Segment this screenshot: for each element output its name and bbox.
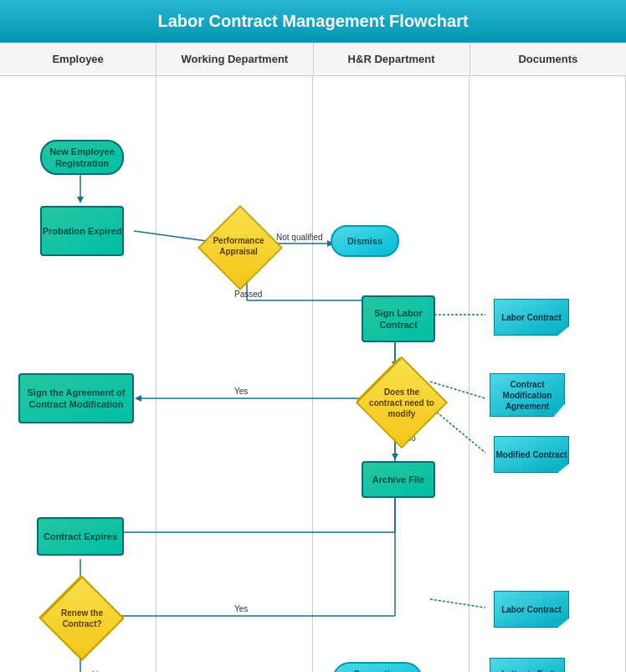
title-bar: Labor Contract Management Flowchart — [0, 0, 626, 43]
not-qualified-label: Not qualified — [276, 233, 323, 242]
header-working-dept: Working Department — [156, 43, 313, 75]
labor-contract-1-doc: Labor Contract — [494, 299, 569, 336]
passed-label: Passed — [234, 290, 262, 299]
modified-contract-doc: Modified Contract — [494, 436, 569, 473]
header-documents: Documents — [470, 43, 626, 75]
yes-renew-label: Yes — [234, 604, 248, 613]
contract-modify-diamond: Does the contract need to modify — [360, 361, 444, 444]
header-row: Employee Working Department H&R Departme… — [0, 43, 626, 76]
archive-file-shape: Archive File — [362, 461, 435, 498]
separation-procedure-shape: Seperation Procedure — [332, 662, 423, 672]
letter-end-doc: Letter to End Labor Contract — [490, 658, 565, 672]
probation-expired-shape: Probation Expired — [40, 206, 124, 256]
contract-expires-shape: Contract Expires — [37, 517, 124, 556]
yes-modify-label: Yes — [234, 387, 248, 396]
sign-agreement-shape: Sign the Agreement of Contract Modificat… — [18, 373, 134, 423]
labor-contract-2-doc: Labor Contract — [494, 591, 569, 628]
renew-contract-diamond: Renew the Contract? — [42, 578, 122, 659]
flowchart-area: Not qualified Passed Yes No Yes No New E… — [0, 76, 626, 672]
header-hr-dept: H&R Department — [314, 43, 470, 75]
dismiss-shape: Dismiss — [331, 225, 399, 257]
header-employee: Employee — [0, 43, 156, 75]
performance-appraisal-diamond: Performance Appraisal — [201, 208, 276, 284]
sign-labor-contract-shape: Sign Labor Contract — [362, 295, 435, 342]
new-employee-shape: New Employee Registration — [40, 140, 124, 175]
contract-mod-agreement-doc: Contract Modification Agreement — [490, 373, 565, 417]
